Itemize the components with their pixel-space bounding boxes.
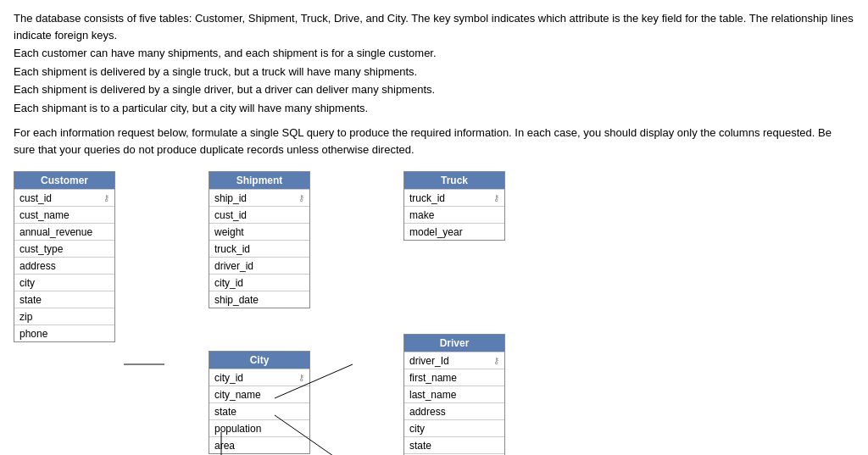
intro-line2: Each customer can have many shipments, a… (14, 45, 854, 62)
tables-wrapper: Customer cust_id ⚷ cust_name annual_reve… (14, 171, 505, 455)
city-header: City (209, 352, 309, 369)
col2: Shipment ship_id ⚷ cust_id weight truck_… (209, 171, 310, 454)
truck-header: Truck (404, 172, 504, 189)
city-city_name: city_name (209, 386, 309, 402)
truck-table: Truck truck_id ⚷ make model_year (403, 171, 505, 241)
customer-cust_id: cust_id ⚷ (14, 189, 114, 206)
col1: Customer cust_id ⚷ cust_name annual_reve… (14, 171, 115, 342)
customer-phone: phone (14, 325, 114, 341)
truck-truck_id: truck_id ⚷ (404, 189, 504, 206)
customer-table: Customer cust_id ⚷ cust_name annual_reve… (14, 171, 115, 342)
city-area: area (209, 436, 309, 453)
key-icon: ⚷ (298, 373, 304, 382)
shipment-ship_id: ship_id ⚷ (209, 189, 309, 206)
intro-section: The database consists of five tables: Cu… (14, 10, 854, 158)
instruction-line1: For each information request below, form… (14, 125, 854, 158)
city-population: population (209, 419, 309, 436)
customer-city: city (14, 274, 114, 291)
intro-line3: Each shipment is delivered by a single t… (14, 64, 854, 80)
driver-last_name: last_name (404, 386, 504, 402)
truck-make: make (404, 206, 504, 223)
shipment-header: Shipment (209, 172, 309, 189)
customer-annual_revenue: annual_revenue (14, 223, 114, 240)
key-icon: ⚷ (493, 356, 499, 365)
shipment-truck_id: truck_id (209, 240, 309, 257)
driver-state: state (404, 436, 504, 453)
customer-address: address (14, 257, 114, 274)
key-icon: ⚷ (493, 193, 499, 203)
key-icon: ⚷ (298, 193, 304, 203)
shipment-driver_id: driver_id (209, 257, 309, 274)
driver-address: address (404, 402, 504, 419)
city-table: City city_id ⚷ city_name state populatio… (209, 351, 310, 454)
diagram-area: Customer cust_id ⚷ cust_name annual_reve… (14, 171, 854, 455)
customer-state: state (14, 291, 114, 308)
driver-city: city (404, 419, 504, 436)
shipment-weight: weight (209, 223, 309, 240)
customer-zip: zip (14, 308, 114, 325)
intro-line4: Each shipment is delivered by a single d… (14, 81, 854, 98)
city-state: state (209, 402, 309, 419)
shipment-ship_date: ship_date (209, 291, 309, 308)
shipment-city_id: city_id (209, 274, 309, 291)
driver-header: Driver (404, 335, 504, 352)
truck-model_year: model_year (404, 223, 504, 240)
city-city_id: city_id ⚷ (209, 369, 309, 386)
driver-table: Driver driver_Id ⚷ first_name last_name … (403, 334, 505, 455)
shipment-table: Shipment ship_id ⚷ cust_id weight truck_… (209, 171, 310, 308)
customer-header: Customer (14, 172, 114, 189)
shipment-cust_id: cust_id (209, 206, 309, 223)
intro-line5: Each shipmant is to a particular city, b… (14, 100, 854, 117)
key-icon: ⚷ (103, 193, 109, 203)
driver-first_name: first_name (404, 369, 504, 386)
customer-cust_type: cust_type (14, 240, 114, 257)
intro-line1: The database consists of five tables: Cu… (14, 10, 854, 43)
customer-cust_name: cust_name (14, 206, 114, 223)
driver-driver_id: driver_Id ⚷ (404, 352, 504, 369)
col3: Truck truck_id ⚷ make model_year Driver … (403, 171, 505, 455)
